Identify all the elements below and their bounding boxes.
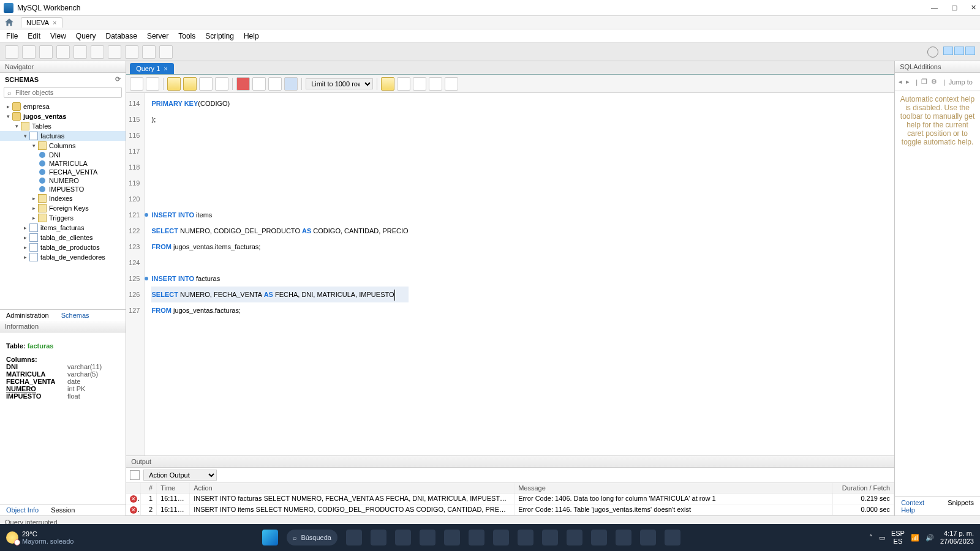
- taskbar-search[interactable]: ⌕ Búsqueda: [287, 530, 337, 545]
- tables-node[interactable]: Tables: [32, 122, 51, 130]
- open-file-icon[interactable]: [130, 77, 143, 91]
- help-icon[interactable]: ❐: [921, 78, 927, 86]
- column-item[interactable]: FECHA_VENTA: [49, 168, 97, 176]
- tab-context-help[interactable]: Context Help: [895, 497, 941, 515]
- tab-schemas[interactable]: Schemas: [55, 310, 96, 321]
- tool-icon[interactable]: [74, 45, 87, 59]
- taskbar-app-icon[interactable]: [518, 530, 533, 545]
- triggers-node[interactable]: Triggers: [49, 214, 74, 222]
- favorite-icon[interactable]: [381, 77, 394, 91]
- foreign-keys-node[interactable]: Foreign Keys: [49, 204, 89, 212]
- tab-snippets[interactable]: Snippets: [941, 497, 980, 515]
- wrap-icon[interactable]: [429, 77, 442, 91]
- menu-server[interactable]: Server: [147, 32, 168, 40]
- schema-item[interactable]: jugos_ventas: [23, 113, 66, 120]
- language-indicator[interactable]: ESPES: [891, 530, 905, 545]
- taskbar-app-icon[interactable]: [444, 530, 460, 545]
- table-item[interactable]: items_facturas: [40, 224, 85, 231]
- output-view-icon[interactable]: [130, 470, 140, 480]
- clock[interactable]: 4:17 p. m.27/06/2023: [940, 530, 974, 545]
- taskbar-app-icon[interactable]: [567, 530, 582, 545]
- output-row[interactable]: ✕116:11:00INSERT INTO facturas SELECT NU…: [126, 493, 894, 504]
- column-item[interactable]: MATRICULA: [49, 160, 88, 167]
- schema-filter[interactable]: ⌕: [4, 87, 122, 98]
- close-button[interactable]: ✕: [971, 4, 976, 12]
- schema-item[interactable]: empresa: [23, 103, 50, 110]
- find-icon[interactable]: [413, 77, 426, 91]
- tree-twisty-icon[interactable]: [12, 123, 21, 129]
- tree-twisty-icon[interactable]: [21, 244, 29, 250]
- toggle-icon[interactable]: [236, 77, 250, 91]
- save-icon[interactable]: [146, 77, 159, 91]
- execute-icon[interactable]: [167, 77, 181, 91]
- schemas-refresh-icon[interactable]: ⟳: [115, 75, 121, 83]
- schema-tree[interactable]: empresa jugos_ventas Tables facturas Col…: [0, 100, 126, 309]
- taskbar-app-icon[interactable]: [542, 530, 558, 545]
- taskbar-app-icon[interactable]: [395, 530, 411, 545]
- menu-edit[interactable]: Edit: [28, 32, 40, 40]
- maximize-button[interactable]: ▢: [951, 4, 957, 12]
- connection-tab[interactable]: NUEVA ×: [21, 17, 62, 28]
- execute-current-icon[interactable]: [183, 77, 197, 91]
- weather-widget[interactable]: 29°C Mayorm. soleado: [6, 530, 74, 545]
- table-item[interactable]: tabla_de_vendedores: [40, 253, 105, 261]
- layout-left-icon[interactable]: [943, 47, 953, 55]
- close-icon[interactable]: ×: [53, 19, 56, 26]
- explain-icon[interactable]: [199, 77, 213, 91]
- auto-help-icon[interactable]: ⚙: [931, 78, 937, 86]
- column-item[interactable]: IMPUESTO: [49, 186, 84, 193]
- forward-icon[interactable]: ▸: [906, 78, 910, 86]
- tree-twisty-icon[interactable]: [29, 205, 38, 211]
- indexes-node[interactable]: Indexes: [49, 195, 73, 202]
- taskbar-app-icon[interactable]: [591, 530, 607, 545]
- taskbar-app-icon[interactable]: [469, 530, 484, 545]
- menu-file[interactable]: File: [6, 32, 18, 40]
- minimize-button[interactable]: —: [931, 4, 938, 12]
- stop-icon[interactable]: [215, 77, 228, 91]
- taskbar-app-icon[interactable]: [420, 530, 435, 545]
- commit-icon[interactable]: [252, 77, 266, 91]
- tree-twisty-icon[interactable]: [21, 234, 29, 241]
- beautify-icon[interactable]: [397, 77, 410, 91]
- tree-twisty-icon[interactable]: [29, 195, 38, 201]
- tree-twisty-icon[interactable]: [4, 113, 12, 119]
- tree-twisty-icon[interactable]: [29, 143, 38, 149]
- columns-node[interactable]: Columns: [49, 142, 75, 149]
- tab-session[interactable]: Session: [45, 504, 81, 515]
- back-icon[interactable]: ◂: [899, 78, 902, 86]
- tray-expand-icon[interactable]: ˄: [869, 534, 873, 542]
- windows-taskbar[interactable]: 29°C Mayorm. soleado ⌕ Búsqueda ˄ ▭ ESPE…: [0, 524, 980, 551]
- menu-view[interactable]: View: [50, 32, 66, 40]
- taskbar-app-icon[interactable]: [665, 530, 680, 545]
- table-item[interactable]: tabla_de_productos: [40, 244, 100, 251]
- tool-icon[interactable]: [39, 45, 53, 59]
- taskbar-app-icon[interactable]: [493, 530, 509, 545]
- refresh-icon[interactable]: [927, 47, 938, 58]
- layout-right-icon[interactable]: [965, 47, 975, 55]
- menu-help[interactable]: Help: [244, 32, 259, 40]
- query-tab[interactable]: Query 1 ×: [130, 63, 174, 74]
- row-limit-select[interactable]: Limit to 1000 rows: [306, 78, 373, 89]
- taskbar-app-icon[interactable]: [616, 530, 631, 545]
- schema-filter-input[interactable]: [14, 88, 121, 97]
- menu-query[interactable]: Query: [76, 32, 96, 40]
- tree-twisty-icon[interactable]: [21, 254, 29, 260]
- output-mode-select[interactable]: Action Output: [143, 470, 217, 481]
- column-item[interactable]: DNI: [49, 151, 61, 159]
- tool-icon[interactable]: [56, 45, 70, 59]
- tool-icon[interactable]: [108, 45, 121, 59]
- tree-twisty-icon[interactable]: [21, 225, 29, 231]
- tool-icon[interactable]: [91, 45, 104, 59]
- menu-database[interactable]: Database: [106, 32, 137, 40]
- tool-icon[interactable]: [159, 45, 173, 59]
- menu-scripting[interactable]: Scripting: [205, 32, 234, 40]
- home-icon[interactable]: [4, 17, 15, 28]
- open-sql-icon[interactable]: [22, 45, 36, 59]
- volume-icon[interactable]: 🔊: [925, 534, 934, 542]
- sql-editor[interactable]: 1141151161171181191201211221231241251261…: [126, 93, 894, 455]
- rollback-icon[interactable]: [268, 77, 282, 91]
- autocommit-icon[interactable]: [284, 77, 298, 91]
- tray-icon[interactable]: ▭: [879, 534, 885, 542]
- tab-administration[interactable]: Administration: [0, 310, 55, 321]
- taskbar-app-icon[interactable]: [346, 530, 362, 545]
